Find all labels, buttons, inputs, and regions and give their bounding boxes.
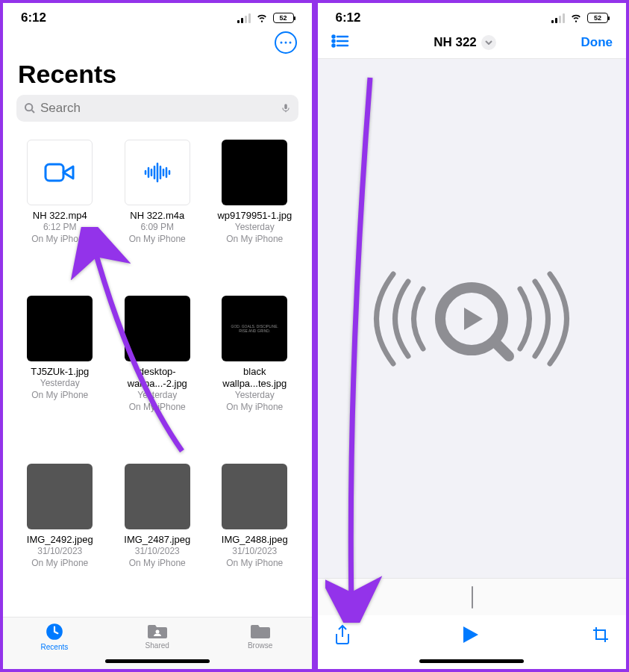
file-item[interactable]: NH 322.m4a 6:09 PM On My iPhone — [114, 140, 201, 285]
file-name: IMG_2492.jpeg — [27, 534, 93, 546]
file-date: 6:12 PM — [43, 222, 77, 234]
file-thumb — [125, 464, 190, 529]
home-indicator[interactable] — [419, 659, 524, 663]
file-item[interactable]: TJ5ZUk-1.jpg Yesterday On My iPhone — [16, 296, 104, 453]
file-item[interactable]: IMG_2488.jpeg 31/10/2023 On My iPhone — [211, 464, 298, 609]
viewer-title[interactable]: NH 322 — [434, 35, 496, 50]
file-thumb-audio — [125, 140, 190, 205]
svg-point-2 — [289, 42, 291, 44]
folder-icon — [250, 622, 271, 640]
file-location: On My iPhone — [31, 390, 88, 402]
shared-folder-icon — [147, 622, 168, 640]
svg-point-0 — [280, 42, 282, 44]
file-date: Yesterday — [40, 378, 80, 390]
video-icon — [44, 161, 75, 184]
wifi-icon — [569, 13, 583, 23]
tab-browse[interactable]: Browse — [209, 622, 312, 651]
mic-icon[interactable] — [281, 102, 291, 115]
status-right: 52 — [237, 13, 294, 23]
file-item[interactable]: wp9179951-1.jpg Yesterday On My iPhone — [211, 140, 298, 285]
file-thumb — [27, 464, 93, 529]
file-thumb — [27, 296, 93, 361]
file-location: On My iPhone — [226, 558, 283, 570]
file-name: desktop-wallpa...-2.jpg — [114, 366, 201, 391]
files-grid: NH 322.mp4 6:12 PM On My iPhone NH 322.m… — [3, 132, 312, 617]
audio-icon — [143, 162, 172, 183]
tab-shared[interactable]: Shared — [106, 622, 209, 651]
svg-rect-4 — [46, 164, 63, 181]
play-icon — [462, 625, 480, 644]
svg-point-9 — [332, 45, 334, 47]
search-icon — [24, 102, 36, 114]
done-button[interactable]: Done — [581, 35, 613, 50]
viewer-body — [318, 59, 627, 578]
file-date: Yesterday — [235, 390, 275, 402]
file-date: 31/10/2023 — [232, 546, 277, 558]
file-date: 31/10/2023 — [37, 546, 82, 558]
file-item[interactable]: desktop-wallpa...-2.jpg Yesterday On My … — [114, 296, 201, 453]
file-name: black wallpa...tes.jpg — [211, 366, 298, 391]
scrubber-playhead — [472, 586, 473, 609]
file-location: On My iPhone — [31, 234, 88, 246]
share-button[interactable] — [334, 624, 351, 648]
svg-point-3 — [25, 104, 32, 111]
file-date: 31/10/2023 — [135, 546, 180, 558]
clock-icon — [45, 622, 64, 641]
signal-icon — [237, 13, 251, 23]
status-bar: 6:12 52 — [318, 3, 627, 28]
file-item[interactable]: IMG_2487.jpeg 31/10/2023 On My iPhone — [114, 464, 201, 609]
tab-label: Shared — [145, 641, 169, 650]
list-icon — [331, 34, 349, 48]
chevron-down-icon — [481, 35, 496, 50]
signal-icon — [551, 13, 565, 23]
phone-left: 6:12 52 Recents NH 322.mp4 6:12 PM On My… — [0, 0, 315, 672]
file-location: On My iPhone — [31, 558, 88, 570]
viewer-header: NH 322 Done — [318, 28, 627, 59]
file-location: On My iPhone — [129, 402, 186, 414]
file-thumb-video — [27, 140, 93, 205]
file-item[interactable]: GOD. GOALS. DISCIPLINE. RISE AND GRIND. … — [211, 296, 298, 453]
file-name: wp9179951-1.jpg — [217, 210, 292, 222]
file-location: On My iPhone — [226, 234, 283, 246]
svg-point-7 — [332, 36, 334, 38]
tab-recents[interactable]: Recents — [3, 622, 106, 651]
file-location: On My iPhone — [129, 234, 186, 246]
status-time: 6:12 — [21, 10, 46, 25]
svg-point-1 — [284, 42, 287, 44]
tab-label: Recents — [41, 643, 69, 651]
search-box[interactable] — [16, 95, 298, 122]
battery-icon: 52 — [587, 13, 608, 23]
file-date: 6:09 PM — [140, 222, 174, 234]
wifi-icon — [255, 13, 269, 23]
file-name: NH 322.m4a — [130, 210, 184, 222]
search-input[interactable] — [40, 101, 276, 116]
file-thumb: GOD. GOALS. DISCIPLINE. RISE AND GRIND. — [222, 296, 287, 361]
file-date: Yesterday — [137, 390, 177, 402]
viewer-toolbar — [318, 615, 627, 669]
file-thumb — [222, 140, 287, 205]
more-button[interactable] — [275, 31, 297, 54]
tab-label: Browse — [248, 641, 272, 650]
file-location: On My iPhone — [129, 558, 186, 570]
status-time: 6:12 — [336, 10, 361, 25]
file-thumb — [125, 296, 190, 361]
file-name: NH 322.mp4 — [33, 210, 87, 222]
file-name: TJ5ZUk-1.jpg — [31, 366, 89, 378]
file-thumb — [222, 464, 287, 529]
scrubber[interactable] — [318, 578, 627, 615]
airplay-icon — [352, 259, 591, 379]
file-item[interactable]: IMG_2492.jpeg 31/10/2023 On My iPhone — [16, 464, 104, 609]
file-name: IMG_2488.jpeg — [222, 534, 288, 546]
play-button[interactable] — [462, 625, 480, 647]
tab-bar: Recents Shared Browse — [3, 617, 312, 669]
svg-point-8 — [332, 40, 334, 43]
list-button[interactable] — [331, 34, 349, 51]
status-right: 52 — [551, 13, 608, 23]
crop-button[interactable] — [592, 626, 610, 647]
file-item[interactable]: NH 322.mp4 6:12 PM On My iPhone — [16, 140, 104, 285]
file-name: IMG_2487.jpeg — [124, 534, 190, 546]
crop-icon — [592, 626, 610, 644]
svg-point-6 — [155, 630, 159, 634]
status-bar: 6:12 52 — [3, 3, 312, 28]
home-indicator[interactable] — [105, 659, 210, 663]
